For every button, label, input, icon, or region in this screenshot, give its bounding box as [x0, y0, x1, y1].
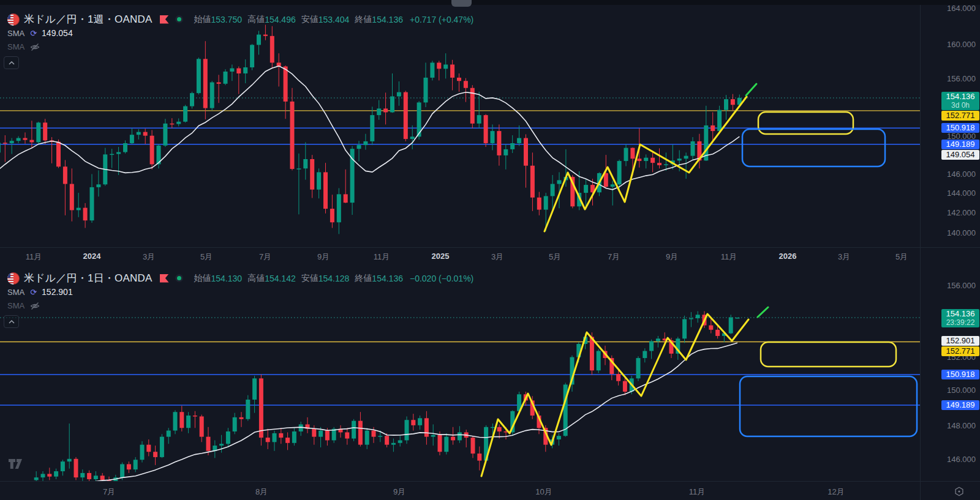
candle[interactable]: [163, 119, 167, 147]
candle[interactable]: [0, 141, 1, 154]
candle[interactable]: [150, 130, 154, 170]
zigzag-drawing[interactable]: [545, 97, 747, 231]
candle[interactable]: [696, 311, 700, 323]
candle[interactable]: [130, 129, 134, 144]
candle[interactable]: [684, 152, 688, 179]
candle[interactable]: [377, 100, 381, 120]
candle[interactable]: [54, 469, 58, 479]
candle[interactable]: [689, 312, 693, 327]
candle[interactable]: [170, 118, 174, 128]
candle[interactable]: [226, 428, 230, 446]
candle[interactable]: [173, 410, 178, 434]
candle[interactable]: [410, 125, 415, 149]
candle[interactable]: [310, 155, 314, 198]
candle[interactable]: [524, 134, 528, 187]
candle[interactable]: [330, 195, 334, 228]
candle[interactable]: [74, 457, 78, 480]
candle[interactable]: [193, 411, 197, 428]
candle[interactable]: [123, 140, 127, 153]
candle[interactable]: [431, 424, 435, 446]
weekly-candlestick-chart[interactable]: [0, 5, 920, 247]
candle[interactable]: [217, 75, 221, 103]
candle[interactable]: [34, 471, 39, 481]
candle[interactable]: [236, 67, 241, 94]
candle[interactable]: [266, 429, 270, 449]
daily-candlestick-chart[interactable]: [0, 263, 920, 481]
candle[interactable]: [197, 58, 201, 94]
candle[interactable]: [443, 53, 448, 78]
price-badge-150.918[interactable]: 150.918: [941, 123, 979, 133]
candle[interactable]: [697, 134, 701, 169]
candle[interactable]: [186, 412, 190, 433]
candle[interactable]: [611, 181, 615, 206]
candle[interactable]: [671, 144, 675, 170]
sma-line[interactable]: [36, 343, 737, 481]
candle[interactable]: [252, 376, 257, 413]
tradingview-logo[interactable]: [9, 459, 26, 472]
collapse-daily-legend-button[interactable]: [4, 315, 19, 328]
candle[interactable]: [96, 170, 100, 196]
candle[interactable]: [537, 192, 541, 215]
candle[interactable]: [80, 469, 85, 481]
candle[interactable]: [90, 174, 94, 223]
candle[interactable]: [736, 318, 740, 319]
candle[interactable]: [530, 152, 535, 211]
candle[interactable]: [405, 416, 409, 444]
candle[interactable]: [61, 460, 65, 476]
sma-hidden-row[interactable]: SMA: [7, 42, 40, 51]
candle[interactable]: [510, 135, 514, 153]
candle[interactable]: [233, 413, 237, 435]
candle[interactable]: [183, 105, 187, 122]
candle[interactable]: [243, 59, 247, 83]
candle[interactable]: [257, 31, 261, 54]
candle[interactable]: [176, 118, 181, 126]
candle[interactable]: [477, 92, 481, 129]
candle[interactable]: [239, 412, 244, 427]
candle[interactable]: [464, 78, 468, 102]
candle[interactable]: [383, 92, 388, 124]
eye-hidden-icon[interactable]: [30, 302, 40, 310]
candle[interactable]: [358, 412, 363, 446]
candle[interactable]: [430, 61, 434, 80]
yellow-drawing-rectangle[interactable]: [758, 112, 853, 134]
candle[interactable]: [224, 69, 228, 85]
candle[interactable]: [277, 53, 281, 86]
candle[interactable]: [77, 193, 81, 217]
candle[interactable]: [110, 149, 114, 168]
candle[interactable]: [484, 114, 488, 147]
candle[interactable]: [391, 439, 396, 452]
candle[interactable]: [682, 316, 687, 343]
candle[interactable]: [285, 432, 290, 450]
price-badge-152.771[interactable]: 152.771: [941, 346, 979, 356]
candle[interactable]: [657, 148, 662, 168]
candle[interactable]: [398, 436, 402, 446]
candle[interactable]: [56, 140, 61, 168]
sma-indicator-row[interactable]: SMA ⟳ 152.901: [7, 287, 73, 297]
candle[interactable]: [517, 125, 521, 146]
candle[interactable]: [731, 94, 735, 111]
candle[interactable]: [339, 425, 343, 438]
price-badge-149.189[interactable]: 149.189: [941, 140, 979, 149]
daily-time-axis[interactable]: 7月8月9月10月11月12月: [0, 481, 980, 500]
candle[interactable]: [270, 26, 274, 69]
candle[interactable]: [444, 433, 448, 455]
candle[interactable]: [127, 461, 131, 473]
candle[interactable]: [94, 471, 98, 481]
candle[interactable]: [299, 422, 303, 436]
candle[interactable]: [624, 144, 628, 166]
candle[interactable]: [664, 152, 668, 171]
candle[interactable]: [47, 468, 51, 480]
candle[interactable]: [292, 428, 296, 446]
candle[interactable]: [390, 73, 394, 113]
candle[interactable]: [250, 44, 254, 70]
price-badge-152.901[interactable]: 152.901: [941, 336, 979, 346]
candle[interactable]: [352, 419, 356, 441]
candle[interactable]: [213, 440, 217, 458]
market-status-icon[interactable]: [175, 274, 183, 282]
candle[interactable]: [10, 138, 14, 154]
candle[interactable]: [306, 417, 310, 433]
candle[interactable]: [318, 427, 323, 447]
candle[interactable]: [153, 446, 157, 465]
candles-group[interactable]: [0, 24, 742, 234]
candles-group[interactable]: [34, 311, 740, 481]
